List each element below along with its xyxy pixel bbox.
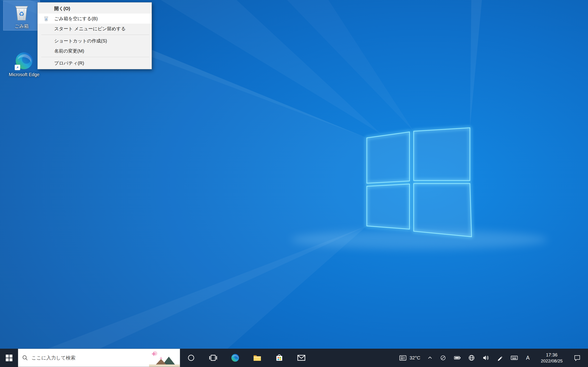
desktop-icon-label: Microsoft Edge	[9, 72, 39, 77]
mail-icon	[297, 353, 306, 362]
task-view-icon	[209, 353, 217, 362]
search-icon	[22, 355, 28, 361]
taskbar-search-box[interactable]	[18, 349, 180, 367]
menu-item-label: ごみ箱を空にする(B)	[54, 16, 98, 22]
touch-keyboard-button[interactable]	[507, 349, 521, 367]
file-explorer-icon	[253, 353, 262, 362]
news-weather-widget[interactable]: 32°C	[395, 349, 424, 367]
windows-start-icon	[6, 355, 12, 361]
recycle-bin-icon: ♻	[11, 2, 32, 23]
tray-status-button[interactable]	[436, 349, 450, 367]
news-icon	[399, 354, 407, 362]
taskbar-clock[interactable]: 17:36 2022/08/25	[534, 352, 569, 364]
taskbar-file-explorer-button[interactable]	[246, 349, 268, 367]
svg-text:♻: ♻	[45, 18, 47, 20]
battery-button[interactable]	[450, 349, 464, 367]
desktop-icon-recycle-bin[interactable]: ♻ ごみ箱	[3, 1, 40, 30]
taskbar-edge-button[interactable]	[224, 349, 246, 367]
clock-date: 2022/08/25	[534, 358, 569, 364]
touch-keyboard-icon	[510, 354, 518, 362]
menu-item-label: プロパティ(R)	[54, 60, 84, 66]
action-center-icon	[573, 354, 581, 361]
show-hidden-icons-button[interactable]	[424, 349, 436, 367]
shortcut-arrow-icon	[15, 65, 20, 70]
taskbar-task-view-button[interactable]	[202, 349, 224, 367]
cortana-icon	[187, 354, 195, 362]
menu-item-label: ショートカットの作成(S)	[54, 38, 107, 44]
menu-separator	[41, 57, 149, 57]
battery-icon	[454, 354, 461, 361]
ime-mode-indicator[interactable]: A	[521, 349, 534, 367]
microsoft-store-icon	[275, 353, 284, 362]
action-center-button[interactable]	[569, 349, 585, 367]
menu-item-empty-recycle-bin[interactable]: ♻ ごみ箱を空にする(B)	[38, 14, 152, 24]
menu-item-label: 名前の変更(M)	[54, 48, 84, 54]
menu-item-open[interactable]: 開く(O)	[38, 3, 152, 14]
context-menu: 開く(O) ♻ ごみ箱を空にする(B) スタート メニューにピン留めする	[37, 2, 152, 69]
menu-item-label: 開く(O)	[54, 6, 70, 12]
svg-text:♻: ♻	[19, 10, 24, 17]
recycle-bin-small-icon: ♻	[43, 16, 49, 22]
network-globe-icon	[468, 354, 475, 361]
pen-icon	[497, 354, 503, 361]
menu-item-properties[interactable]: プロパティ(R)	[38, 58, 152, 68]
menu-item-label: スタート メニューにピン留めする	[54, 26, 126, 32]
edge-icon	[14, 50, 35, 71]
search-input[interactable]	[31, 349, 149, 367]
volume-button[interactable]	[479, 349, 493, 367]
taskbar: 32°C	[0, 349, 588, 367]
network-button[interactable]	[464, 349, 479, 367]
taskbar-store-button[interactable]	[268, 349, 290, 367]
menu-item-create-shortcut[interactable]: ショートカットの作成(S)	[38, 36, 152, 46]
edge-icon	[231, 353, 240, 362]
chevron-up-icon	[427, 356, 432, 359]
clock-time: 17:36	[534, 352, 569, 358]
taskbar-cortana-button[interactable]	[180, 349, 202, 367]
start-button[interactable]	[0, 349, 18, 367]
menu-item-rename[interactable]: 名前の変更(M)	[38, 46, 152, 56]
temperature-label: 32°C	[409, 355, 420, 361]
menu-item-pin-to-start[interactable]: スタート メニューにピン留めする	[38, 24, 152, 34]
desktop-icon-label: ごみ箱	[15, 23, 29, 29]
taskbar-mail-button[interactable]	[290, 349, 312, 367]
status-circle-icon	[440, 354, 447, 361]
pen-button[interactable]	[493, 349, 507, 367]
search-highlight-art[interactable]	[149, 349, 180, 367]
menu-separator	[41, 35, 149, 35]
windows-desktop: ♻ ごみ箱	[0, 0, 588, 367]
volume-icon	[482, 354, 489, 361]
